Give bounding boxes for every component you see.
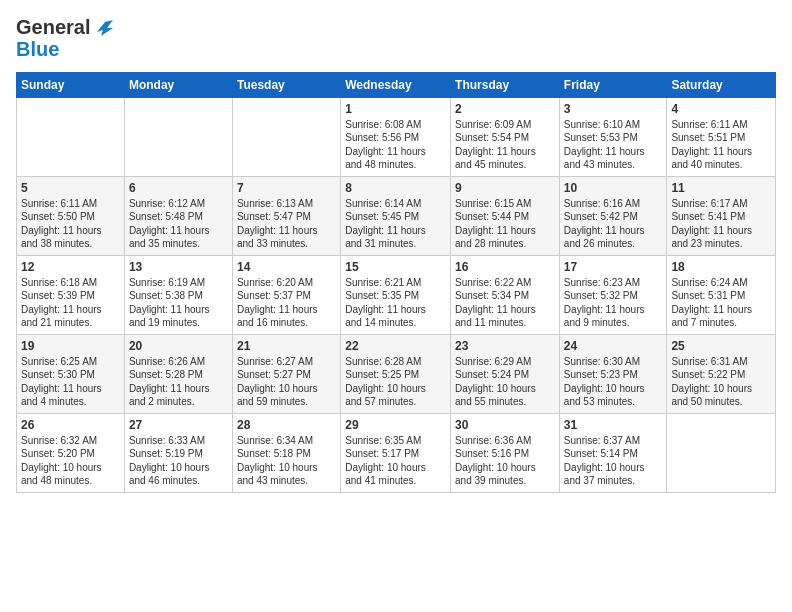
day-number: 27 (129, 418, 228, 432)
day-info: Sunrise: 6:30 AM Sunset: 5:23 PM Dayligh… (564, 355, 663, 409)
day-info: Sunrise: 6:25 AM Sunset: 5:30 PM Dayligh… (21, 355, 120, 409)
day-info: Sunrise: 6:13 AM Sunset: 5:47 PM Dayligh… (237, 197, 336, 251)
day-info: Sunrise: 6:08 AM Sunset: 5:56 PM Dayligh… (345, 118, 446, 172)
day-number: 11 (671, 181, 771, 195)
day-number: 9 (455, 181, 555, 195)
calendar-cell: 23Sunrise: 6:29 AM Sunset: 5:24 PM Dayli… (451, 334, 560, 413)
calendar-week-row: 12Sunrise: 6:18 AM Sunset: 5:39 PM Dayli… (17, 255, 776, 334)
day-info: Sunrise: 6:21 AM Sunset: 5:35 PM Dayligh… (345, 276, 446, 330)
day-number: 15 (345, 260, 446, 274)
day-number: 23 (455, 339, 555, 353)
day-info: Sunrise: 6:31 AM Sunset: 5:22 PM Dayligh… (671, 355, 771, 409)
weekday-header: Saturday (667, 72, 776, 97)
calendar-cell: 14Sunrise: 6:20 AM Sunset: 5:37 PM Dayli… (232, 255, 340, 334)
calendar-cell: 12Sunrise: 6:18 AM Sunset: 5:39 PM Dayli… (17, 255, 125, 334)
calendar-cell: 4Sunrise: 6:11 AM Sunset: 5:51 PM Daylig… (667, 97, 776, 176)
calendar-cell: 27Sunrise: 6:33 AM Sunset: 5:19 PM Dayli… (124, 413, 232, 492)
logo: General Blue (16, 16, 114, 60)
calendar-cell: 28Sunrise: 6:34 AM Sunset: 5:18 PM Dayli… (232, 413, 340, 492)
day-number: 20 (129, 339, 228, 353)
logo-blue: Blue (16, 38, 114, 60)
calendar-week-row: 5Sunrise: 6:11 AM Sunset: 5:50 PM Daylig… (17, 176, 776, 255)
day-info: Sunrise: 6:28 AM Sunset: 5:25 PM Dayligh… (345, 355, 446, 409)
day-info: Sunrise: 6:11 AM Sunset: 5:50 PM Dayligh… (21, 197, 120, 251)
day-info: Sunrise: 6:24 AM Sunset: 5:31 PM Dayligh… (671, 276, 771, 330)
day-number: 25 (671, 339, 771, 353)
day-number: 19 (21, 339, 120, 353)
day-info: Sunrise: 6:17 AM Sunset: 5:41 PM Dayligh… (671, 197, 771, 251)
day-info: Sunrise: 6:36 AM Sunset: 5:16 PM Dayligh… (455, 434, 555, 488)
svg-marker-0 (97, 20, 113, 36)
calendar-cell: 15Sunrise: 6:21 AM Sunset: 5:35 PM Dayli… (341, 255, 451, 334)
calendar-cell: 1Sunrise: 6:08 AM Sunset: 5:56 PM Daylig… (341, 97, 451, 176)
weekday-header: Friday (559, 72, 667, 97)
calendar-cell (667, 413, 776, 492)
day-number: 1 (345, 102, 446, 116)
day-number: 26 (21, 418, 120, 432)
day-number: 12 (21, 260, 120, 274)
day-info: Sunrise: 6:32 AM Sunset: 5:20 PM Dayligh… (21, 434, 120, 488)
calendar-cell: 3Sunrise: 6:10 AM Sunset: 5:53 PM Daylig… (559, 97, 667, 176)
calendar-cell: 31Sunrise: 6:37 AM Sunset: 5:14 PM Dayli… (559, 413, 667, 492)
calendar-cell: 22Sunrise: 6:28 AM Sunset: 5:25 PM Dayli… (341, 334, 451, 413)
calendar-cell: 8Sunrise: 6:14 AM Sunset: 5:45 PM Daylig… (341, 176, 451, 255)
day-info: Sunrise: 6:14 AM Sunset: 5:45 PM Dayligh… (345, 197, 446, 251)
calendar-cell: 29Sunrise: 6:35 AM Sunset: 5:17 PM Dayli… (341, 413, 451, 492)
day-number: 8 (345, 181, 446, 195)
day-number: 21 (237, 339, 336, 353)
day-info: Sunrise: 6:22 AM Sunset: 5:34 PM Dayligh… (455, 276, 555, 330)
day-info: Sunrise: 6:29 AM Sunset: 5:24 PM Dayligh… (455, 355, 555, 409)
calendar-cell: 19Sunrise: 6:25 AM Sunset: 5:30 PM Dayli… (17, 334, 125, 413)
day-number: 13 (129, 260, 228, 274)
calendar-cell: 26Sunrise: 6:32 AM Sunset: 5:20 PM Dayli… (17, 413, 125, 492)
calendar-cell: 21Sunrise: 6:27 AM Sunset: 5:27 PM Dayli… (232, 334, 340, 413)
day-number: 7 (237, 181, 336, 195)
day-info: Sunrise: 6:11 AM Sunset: 5:51 PM Dayligh… (671, 118, 771, 172)
calendar-cell: 2Sunrise: 6:09 AM Sunset: 5:54 PM Daylig… (451, 97, 560, 176)
day-info: Sunrise: 6:33 AM Sunset: 5:19 PM Dayligh… (129, 434, 228, 488)
day-number: 18 (671, 260, 771, 274)
calendar-cell: 9Sunrise: 6:15 AM Sunset: 5:44 PM Daylig… (451, 176, 560, 255)
calendar-week-row: 26Sunrise: 6:32 AM Sunset: 5:20 PM Dayli… (17, 413, 776, 492)
day-number: 16 (455, 260, 555, 274)
calendar-cell: 18Sunrise: 6:24 AM Sunset: 5:31 PM Dayli… (667, 255, 776, 334)
day-info: Sunrise: 6:20 AM Sunset: 5:37 PM Dayligh… (237, 276, 336, 330)
calendar-cell (124, 97, 232, 176)
day-info: Sunrise: 6:34 AM Sunset: 5:18 PM Dayligh… (237, 434, 336, 488)
day-info: Sunrise: 6:35 AM Sunset: 5:17 PM Dayligh… (345, 434, 446, 488)
calendar-week-row: 1Sunrise: 6:08 AM Sunset: 5:56 PM Daylig… (17, 97, 776, 176)
day-number: 29 (345, 418, 446, 432)
calendar-cell: 5Sunrise: 6:11 AM Sunset: 5:50 PM Daylig… (17, 176, 125, 255)
day-info: Sunrise: 6:18 AM Sunset: 5:39 PM Dayligh… (21, 276, 120, 330)
calendar-body: 1Sunrise: 6:08 AM Sunset: 5:56 PM Daylig… (17, 97, 776, 492)
day-number: 17 (564, 260, 663, 274)
weekday-header: Monday (124, 72, 232, 97)
day-number: 14 (237, 260, 336, 274)
day-number: 30 (455, 418, 555, 432)
weekday-header: Sunday (17, 72, 125, 97)
calendar-cell (232, 97, 340, 176)
calendar-cell: 6Sunrise: 6:12 AM Sunset: 5:48 PM Daylig… (124, 176, 232, 255)
day-info: Sunrise: 6:12 AM Sunset: 5:48 PM Dayligh… (129, 197, 228, 251)
weekday-header: Wednesday (341, 72, 451, 97)
calendar-week-row: 19Sunrise: 6:25 AM Sunset: 5:30 PM Dayli… (17, 334, 776, 413)
day-number: 3 (564, 102, 663, 116)
calendar-header: SundayMondayTuesdayWednesdayThursdayFrid… (17, 72, 776, 97)
day-number: 24 (564, 339, 663, 353)
calendar-cell: 24Sunrise: 6:30 AM Sunset: 5:23 PM Dayli… (559, 334, 667, 413)
day-number: 4 (671, 102, 771, 116)
header: General Blue (16, 16, 776, 60)
day-number: 5 (21, 181, 120, 195)
day-info: Sunrise: 6:26 AM Sunset: 5:28 PM Dayligh… (129, 355, 228, 409)
day-info: Sunrise: 6:16 AM Sunset: 5:42 PM Dayligh… (564, 197, 663, 251)
logo-text: General (16, 16, 114, 40)
weekday-header: Thursday (451, 72, 560, 97)
calendar-cell: 25Sunrise: 6:31 AM Sunset: 5:22 PM Dayli… (667, 334, 776, 413)
calendar-cell: 30Sunrise: 6:36 AM Sunset: 5:16 PM Dayli… (451, 413, 560, 492)
day-info: Sunrise: 6:15 AM Sunset: 5:44 PM Dayligh… (455, 197, 555, 251)
weekday-header: Tuesday (232, 72, 340, 97)
day-number: 31 (564, 418, 663, 432)
day-number: 6 (129, 181, 228, 195)
logo-bird-icon (91, 18, 113, 40)
day-info: Sunrise: 6:19 AM Sunset: 5:38 PM Dayligh… (129, 276, 228, 330)
